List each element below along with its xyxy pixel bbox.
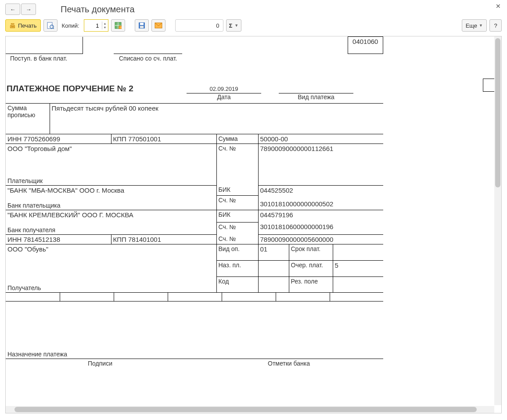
grid-icon: [115, 22, 122, 29]
document-area: 0401060 Поступ. в банк плат. Списано со …: [5, 36, 502, 413]
svg-rect-6: [119, 26, 122, 29]
payer-bik: 044525502: [258, 185, 383, 196]
sum-value: 50000-00: [258, 134, 383, 144]
sum-field-value: 0: [216, 22, 219, 29]
paytype-label: Вид платежа: [279, 93, 353, 101]
copies-input[interactable]: [84, 22, 102, 29]
sum-words-label: Сумма прописью: [6, 103, 50, 134]
payer-name: ООО "Торговый дом": [7, 145, 215, 152]
mail-icon: [155, 22, 162, 29]
scrollbar-thumb[interactable]: [14, 407, 477, 412]
purpose-label: Назначение платежа: [7, 351, 67, 358]
arrow-right-icon: →: [26, 6, 32, 13]
signs-label: Подписи: [6, 359, 194, 368]
recv-bank-label: Банк получателя: [7, 226, 55, 233]
copies-spinner[interactable]: ▲ ▼: [84, 19, 108, 32]
template-button[interactable]: [111, 19, 125, 32]
paytype-value: [279, 86, 353, 93]
date-label: Дата: [187, 93, 261, 101]
acc-label: Сч. №: [216, 222, 258, 234]
recv-acc: 78900090000005600000: [258, 234, 383, 244]
arrow-left-icon: ←: [10, 6, 16, 13]
diskette-icon: [138, 22, 145, 29]
rez-label: Рез. поле: [289, 276, 333, 292]
payer-inn: ИНН 7705260699: [6, 134, 111, 144]
scrollbar-vertical[interactable]: [494, 36, 501, 405]
more-button-label: Еще: [466, 22, 477, 29]
preview-button[interactable]: [43, 19, 58, 32]
sigma-icon: Σ: [229, 22, 233, 29]
recv-inn: ИНН 7814512138: [6, 234, 111, 244]
acc-label: Сч. №: [216, 196, 258, 210]
page-title: Печать документа: [61, 4, 135, 14]
srok-label: Срок плат.: [289, 244, 333, 260]
scrollbar-horizontal[interactable]: [6, 406, 494, 413]
scrollbar-thumb[interactable]: [495, 38, 500, 187]
sum-label: Сумма: [216, 134, 258, 144]
recv-kpp: КПП 781401001: [111, 234, 216, 244]
preview-icon: [47, 22, 54, 29]
more-button[interactable]: Еще ▼: [462, 19, 487, 32]
nazpl-label: Наз. пл.: [216, 260, 258, 276]
print-button[interactable]: 🖶 Печать: [5, 19, 41, 32]
payer-label: Плательщик: [7, 177, 43, 184]
bankmarks-label: Отметки банка: [194, 359, 383, 368]
chevron-down-icon: ▼: [479, 23, 483, 28]
close-icon[interactable]: ✕: [496, 3, 501, 10]
recv-name: ООО "Обувь": [7, 245, 215, 253]
spinner-down-icon[interactable]: ▼: [102, 25, 108, 29]
copies-label: Копий:: [62, 22, 79, 29]
sum-field[interactable]: 0: [175, 19, 223, 32]
svg-line-2: [53, 28, 54, 29]
payer-bank: "БАНК "МБА-МОСКВА" ООО г. Москва: [7, 187, 215, 194]
print-button-label: Печать: [18, 22, 37, 29]
ocher-value: 5: [333, 260, 383, 276]
payer-bank-corr: 30101810000000000502: [258, 196, 383, 210]
svg-rect-0: [47, 22, 52, 29]
svg-rect-9: [140, 26, 144, 28]
payer-kpp: КПП 770501001: [111, 134, 216, 144]
sum-words: Пятьдесят тысяч рублей 00 копеек: [50, 103, 383, 134]
acc-label: Сч. №: [216, 234, 258, 244]
nav-fwd-button[interactable]: →: [21, 4, 36, 15]
kod-label: Код: [216, 276, 258, 292]
acc-label: Сч. №: [216, 144, 258, 185]
date-value: 02.09.2019: [187, 86, 261, 93]
chevron-down-icon: ▼: [234, 23, 238, 28]
document-title: ПЛАТЕЖНОЕ ПОРУЧЕНИЕ № 2: [7, 84, 182, 93]
ocher-label: Очер. плат.: [289, 260, 333, 276]
printer-icon: 🖶: [9, 22, 16, 29]
recv-bank: "БАНК КРЕМЛЕВСКИЙ" ООО Г. МОСКВА: [7, 211, 215, 219]
help-icon: ?: [494, 22, 497, 29]
email-button[interactable]: [151, 19, 165, 32]
vidop-value: 01: [258, 244, 289, 260]
payer-acc: 78900090000000112661: [258, 144, 383, 185]
payer-bank-label: Банк плательщика: [7, 202, 61, 209]
writtenoff-label: Списано со сч. плат.: [114, 54, 182, 63]
recv-label: Получатель: [7, 284, 41, 291]
recv-bank-corr: 30101810600000000196: [258, 222, 383, 234]
bik-label: БИК: [216, 185, 258, 196]
recv-bik: 044579196: [258, 210, 383, 222]
help-button[interactable]: ?: [489, 19, 502, 32]
vidop-label: Вид оп.: [216, 244, 258, 260]
received-label: Поступ. в банк плат.: [6, 54, 83, 63]
spinner-up-icon[interactable]: ▲: [102, 22, 108, 25]
save-button[interactable]: [135, 19, 149, 32]
sigma-button[interactable]: Σ ▼: [226, 19, 242, 32]
nav-back-button[interactable]: ←: [5, 4, 20, 15]
bik-label: БИК: [216, 210, 258, 222]
svg-rect-8: [140, 23, 144, 25]
form-code: 0401060: [348, 37, 383, 54]
